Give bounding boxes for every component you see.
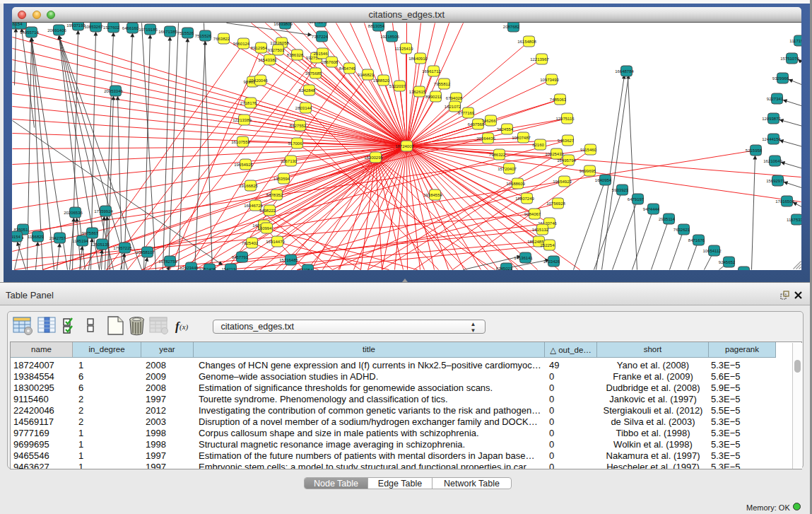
svg-text:9329966: 9329966 [772, 76, 789, 80]
svg-text:10807487: 10807487 [512, 135, 531, 139]
svg-text:62160: 62160 [532, 142, 544, 146]
svg-text:9242848: 9242848 [298, 88, 315, 92]
svg-text:1117195: 1117195 [789, 38, 801, 42]
svg-text:7955812: 7955812 [433, 81, 450, 86]
svg-text:1353594: 1353594 [273, 176, 290, 180]
svg-text:154219: 154219 [221, 267, 236, 270]
svg-text:9245652: 9245652 [718, 259, 735, 264]
svg-text:6466160: 6466160 [122, 25, 139, 30]
svg-text:1362615: 1362615 [408, 89, 425, 93]
svg-text:9777169: 9777169 [457, 110, 474, 115]
svg-text:5215958: 5215958 [745, 148, 762, 152]
svg-text:1621072: 1621072 [444, 104, 461, 108]
svg-text:201546: 201546 [313, 51, 328, 55]
svg-text:23420046: 23420046 [249, 78, 268, 82]
svg-text:8745021: 8745021 [495, 266, 512, 270]
svg-text:1145194: 1145194 [72, 238, 89, 243]
svg-text:6794028: 6794028 [445, 95, 462, 100]
svg-text:6479197: 6479197 [627, 197, 644, 201]
svg-text:9084067: 9084067 [524, 211, 541, 216]
svg-text:16782759: 16782759 [158, 259, 177, 263]
svg-text:16495794: 16495794 [557, 158, 576, 162]
svg-text:3675685: 3675685 [305, 71, 322, 75]
svg-text:1167533: 1167533 [787, 217, 801, 221]
svg-text:20364436: 20364436 [476, 136, 495, 140]
svg-text:252254: 252254 [540, 243, 555, 247]
svg-text:154: 154 [15, 23, 23, 26]
svg-text:39154: 39154 [12, 234, 21, 238]
svg-text:2942757: 2942757 [49, 235, 66, 240]
svg-text:2087682: 2087682 [502, 24, 519, 28]
svg-text:10853267: 10853267 [84, 24, 103, 28]
svg-text:2867608: 2867608 [321, 59, 338, 64]
svg-text:1588520: 1588520 [372, 78, 389, 82]
svg-text:16046726: 16046726 [244, 203, 263, 207]
svg-text:9699695: 9699695 [579, 168, 596, 173]
svg-text:8471676: 8471676 [688, 238, 705, 242]
svg-text:15720407: 15720407 [498, 166, 517, 170]
svg-text:12505135: 12505135 [90, 242, 110, 246]
svg-text:5878352: 5878352 [266, 192, 283, 197]
svg-text:10756928: 10756928 [546, 201, 565, 205]
svg-text:1156829: 1156829 [28, 234, 45, 238]
svg-text:517006: 517006 [288, 141, 302, 145]
svg-text:(x): (x) [180, 322, 189, 332]
svg-text:9115460: 9115460 [580, 147, 597, 151]
svg-text:18945347: 18945347 [309, 23, 328, 24]
svg-text:9660124: 9660124 [233, 41, 249, 45]
svg-text:17016504: 17016504 [775, 199, 794, 203]
svg-text:14136141: 14136141 [514, 255, 533, 259]
svg-text:17359924: 17359924 [94, 209, 113, 213]
svg-text:16033809: 16033809 [273, 23, 293, 26]
svg-text:12923446: 12923446 [180, 265, 199, 269]
svg-text:3267130: 3267130 [280, 158, 297, 163]
svg-text:18640910: 18640910 [408, 56, 428, 60]
svg-text:15716485: 15716485 [279, 257, 298, 262]
svg-text:1640954: 1640954 [594, 177, 611, 182]
svg-text:7663822: 7663822 [213, 36, 230, 40]
svg-text:9457791: 9457791 [231, 255, 248, 259]
svg-text:19384554: 19384554 [423, 192, 442, 197]
svg-text:8454749: 8454749 [339, 66, 355, 70]
svg-text:7515526: 7515526 [194, 33, 211, 37]
svg-text:19166825: 19166825 [239, 183, 258, 187]
svg-text:160994: 160994 [257, 226, 272, 230]
svg-text:16107553: 16107553 [231, 139, 250, 144]
svg-text:12093872: 12093872 [762, 116, 781, 120]
svg-text:16210643: 16210643 [763, 158, 782, 163]
svg-text:9227341: 9227341 [766, 96, 783, 100]
svg-text:7625402: 7625402 [241, 240, 258, 245]
svg-text:5933923: 5933923 [611, 187, 628, 192]
svg-text:9975867: 9975867 [81, 230, 98, 235]
svg-text:19654923: 19654923 [553, 179, 572, 183]
svg-text:10025433: 10025433 [545, 151, 564, 156]
svg-text:10654112: 10654112 [702, 248, 722, 252]
svg-text:1615132: 1615132 [531, 227, 548, 231]
svg-text:12213389: 12213389 [233, 117, 252, 122]
svg-text:15692971: 15692971 [766, 178, 785, 182]
svg-text:8912954: 8912954 [250, 45, 267, 49]
svg-text:18300295: 18300295 [364, 155, 383, 159]
svg-text:10958107: 10958107 [136, 250, 155, 254]
svg-text:2803144: 2803144 [295, 105, 312, 110]
svg-text:14055714: 14055714 [20, 30, 39, 34]
svg-text:10973493: 10973493 [540, 77, 559, 81]
svg-text:16914479: 16914479 [266, 239, 285, 243]
svg-text:10719185: 10719185 [139, 27, 158, 31]
svg-text:9327503: 9327503 [267, 47, 284, 52]
svg-text:9146821: 9146821 [357, 72, 374, 76]
svg-text:19218506: 19218506 [380, 34, 399, 38]
svg-text:18724007: 18724007 [395, 144, 414, 148]
svg-text:3624554: 3624554 [496, 127, 513, 131]
svg-text:19937193: 19937193 [66, 23, 86, 27]
svg-text:7485063: 7485063 [549, 97, 566, 101]
svg-text:9474444: 9474444 [642, 206, 659, 211]
svg-text:9463627: 9463627 [557, 138, 574, 142]
svg-text:9352408: 9352408 [199, 267, 216, 270]
svg-text:8427552: 8427552 [289, 123, 306, 127]
svg-text:9832469: 9832469 [733, 269, 750, 270]
svg-text:15751074: 15751074 [780, 56, 799, 60]
svg-text:2935114: 2935114 [659, 216, 676, 221]
svg-text:16648784: 16648784 [615, 69, 634, 73]
svg-text:7357224: 7357224 [311, 34, 328, 38]
